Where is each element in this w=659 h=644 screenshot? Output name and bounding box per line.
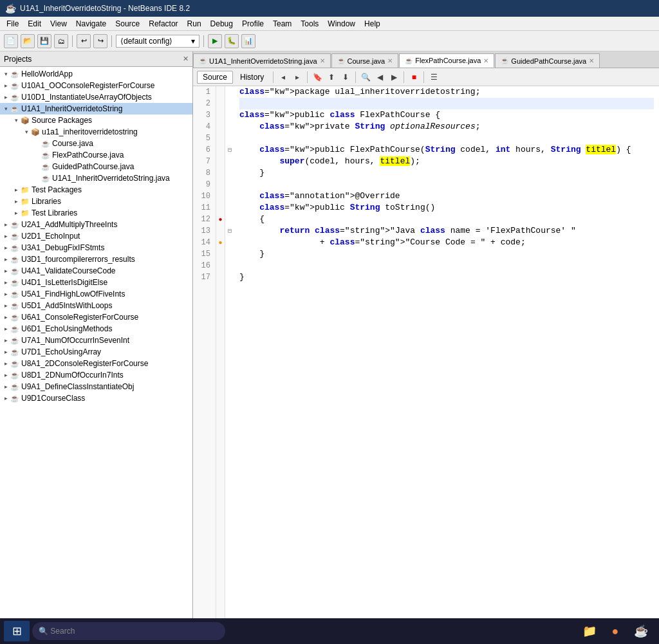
fold-10[interactable] [225,190,234,202]
fold-5[interactable] [225,133,234,144]
tree-item-u5d1[interactable]: ▸☕U5D1_Add5IntsWithLoops [0,300,192,311]
tree-item-u3d1[interactable]: ▸☕U3D1_fourcompilererrors_results [0,253,192,265]
tree-item-u8a1[interactable]: ▸☕U8A1_2DConsoleRegisterForCourse [0,358,192,369]
tree-item-libraries[interactable]: ▸📁Libraries [0,196,192,207]
tree-expander[interactable]: ▸ [3,360,9,367]
tree-expander[interactable]: ▸ [3,383,9,390]
fold-14[interactable] [225,237,234,248]
fold-16[interactable] [225,260,234,271]
fold-4[interactable] [225,121,234,133]
tree-item-u1a1pkg[interactable]: ▾📦u1a1_inheritoverridetostring [0,126,192,138]
save-all-btn[interactable]: 🗂 [54,34,68,48]
tree-item-u10d1[interactable]: ▸☕U10D1_InstantiateUseArrayOfObjects [0,91,192,103]
code-area[interactable]: class="kw">package ulal_inheritoverridet… [234,86,659,618]
tree-item-u4d1[interactable]: ▸☕U4D1_IsLetterIsDigitElse [0,277,192,288]
tree-item-helloworld[interactable]: ▾☕HelloWorldApp [0,68,192,80]
tree-expander[interactable]: ▸ [3,268,9,274]
tree-item-u9d1[interactable]: ▸☕U9D1CourseClass [0,392,192,404]
tree-item-u7a1[interactable]: ▸☕U7A1_NumOfOccurrInSevenInt [0,335,192,346]
fold-3[interactable] [225,109,234,121]
tasks-btn[interactable]: ☰ [427,71,440,84]
tree-expander[interactable]: ▾ [13,117,19,124]
tree-expander[interactable]: ▸ [3,94,9,100]
tree-item-u1a1[interactable]: ▾☕U1A1_InheritOverridetoString [0,103,192,115]
tab-close-guidedpath[interactable]: ✕ [589,57,594,64]
run-btn[interactable]: ▶ [208,34,222,48]
fold-7[interactable] [225,156,234,167]
tree-expander[interactable]: ▸ [3,349,9,355]
tree-expander[interactable]: ▸ [13,187,19,193]
redo-btn[interactable]: ↪ [93,34,107,48]
tree-expander[interactable]: ▸ [13,210,19,216]
fold-12[interactable] [225,214,234,225]
tree-expander[interactable]: ▸ [3,291,9,297]
tree-item-u8d1[interactable]: ▸☕U8D1_2DNumOfOccurIn7Ints [0,369,192,381]
find-prev-btn[interactable]: ◀ [373,71,386,84]
undo-btn[interactable]: ↩ [77,34,91,48]
next-bookmark-btn[interactable]: ⬇ [339,71,352,84]
tree-expander[interactable]: ▸ [3,372,9,378]
tree-expander[interactable]: ▸ [3,233,9,239]
tree-expander[interactable]: ▸ [3,337,9,344]
tree-expander[interactable]: ▸ [3,326,9,332]
taskbar-files-icon[interactable]: 📁 [578,621,601,641]
menu-item-view[interactable]: View [46,18,71,30]
tree-expander[interactable]: ▸ [3,314,9,320]
tab-close-flexpath[interactable]: ✕ [483,57,488,64]
tree-item-u3a1[interactable]: ▸☕U3A1_DebugFixIFStmts [0,242,192,253]
menu-item-source[interactable]: Source [111,18,144,30]
tree-item-u6d1[interactable]: ▸☕U6D1_EchoUsingMethods [0,323,192,335]
menu-item-window[interactable]: Window [324,18,359,30]
stop-btn[interactable]: ■ [407,71,420,84]
source-tab-btn[interactable]: Source [197,71,233,84]
prev-bookmark-btn[interactable]: ⬆ [325,71,338,84]
fold-8[interactable] [225,167,234,179]
tree-expander[interactable]: ▾ [3,106,9,112]
save-btn[interactable]: 💾 [37,34,51,48]
tree-expander[interactable]: ▾ [3,71,9,77]
tree-item-u7d1[interactable]: ▸☕U7D1_EchoUsingArray [0,346,192,358]
panel-close-btn[interactable]: ✕ [183,55,189,63]
menu-item-debug[interactable]: Debug [207,18,237,30]
menu-item-refactor[interactable]: Refactor [145,18,181,30]
tree-item-u2a1[interactable]: ▸☕U2A1_AddMultiplyThreeInts [0,219,192,230]
fold-6[interactable]: ⊟ [225,144,234,156]
menu-item-tools[interactable]: Tools [297,18,322,30]
editor-tab-flexpath[interactable]: ☕FlexPathCourse.java✕ [399,53,494,68]
taskbar-search[interactable]: 🔍 Search [32,622,225,640]
tree-expander[interactable]: ▸ [13,198,19,205]
toggle-bookmarks-btn[interactable]: 🔖 [311,71,324,84]
menu-item-navigate[interactable]: Navigate [72,18,110,30]
tree-item-u5a1[interactable]: ▸☕U5A1_FindHighLowOfFiveInts [0,288,192,300]
tree-item-flexpathcourse[interactable]: ☕FlexPathCourse.java [0,149,192,161]
tree-item-guidedpathcourse[interactable]: ☕GuidedPathCourse.java [0,161,192,172]
fold-13[interactable]: ⊟ [225,225,234,237]
tree-expander[interactable]: ▸ [3,302,9,309]
editor-tab-guidedpath[interactable]: ☕GuidedPathCourse.java✕ [495,53,600,68]
history-tab-btn[interactable]: History [234,71,270,84]
tree-expander[interactable]: ▸ [3,244,9,251]
tree-item-testpkg[interactable]: ▸📁Test Packages [0,184,192,196]
editor-tab-main[interactable]: ☕U1A1_InheritOverridetoString.java✕ [193,53,331,68]
tree-item-u10a1[interactable]: ▸☕U10A1_OOConsoleRegisterForCourse [0,80,192,91]
menu-item-profile[interactable]: Profile [238,18,268,30]
code-editor[interactable]: 1234567891011121314151617●●⊟⊟class="kw">… [193,86,659,618]
tree-expander[interactable]: ▾ [23,129,30,135]
forward-btn[interactable]: ▸ [291,71,304,84]
new-btn[interactable]: 📄 [4,34,18,48]
taskbar-chrome-icon[interactable]: ● [604,621,627,641]
tree-item-u9a1[interactable]: ▸☕U9A1_DefineClassInstantiateObj [0,381,192,392]
tree-item-u6a1[interactable]: ▸☕U6A1_ConsoleRegisterForCourse [0,311,192,323]
menu-item-edit[interactable]: Edit [24,18,45,30]
config-dropdown[interactable]: ⟨default config⟩ ▾ [116,35,200,48]
profile-btn[interactable]: 📊 [241,34,255,48]
debug-btn[interactable]: 🐛 [225,34,239,48]
menu-item-team[interactable]: Team [269,18,295,30]
tree-item-sourcepkg[interactable]: ▾📦Source Packages [0,115,192,126]
fold-9[interactable] [225,179,234,190]
tree-item-u4a1[interactable]: ▸☕U4A1_ValidateCourseCode [0,265,192,277]
fold-17[interactable] [225,271,234,283]
taskbar-netbeans-icon[interactable]: ☕ [629,621,653,641]
open-btn[interactable]: 📂 [21,34,35,48]
tab-close-main[interactable]: ✕ [320,57,325,64]
